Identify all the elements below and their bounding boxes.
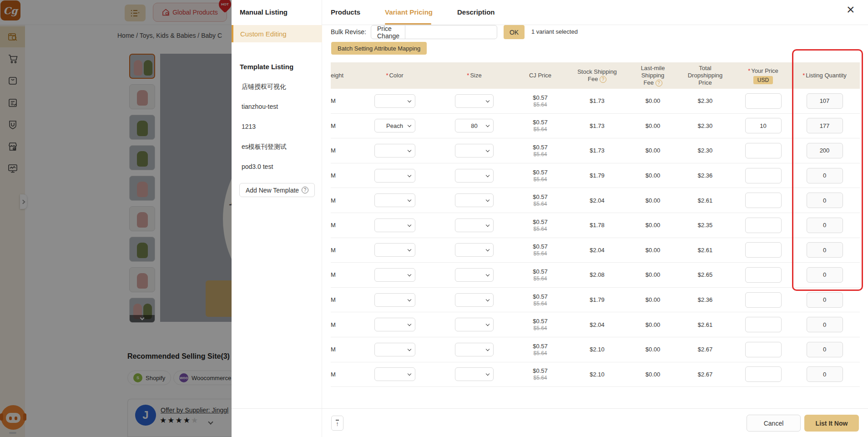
tab-variant-pricing[interactable]: Variant Pricing	[385, 8, 433, 16]
listing-quantity-input[interactable]: 0	[807, 267, 843, 283]
size-select[interactable]	[455, 367, 494, 381]
size-select[interactable]	[455, 318, 494, 331]
your-price-input[interactable]	[745, 267, 782, 283]
listing-quantity-input[interactable]: 0	[807, 168, 843, 183]
template-item[interactable]: es模板刊登测试	[242, 143, 287, 151]
color-select[interactable]	[374, 318, 415, 331]
cj-price-original: $5.64	[519, 300, 562, 307]
cell-total-price: $2.67	[673, 371, 737, 378]
chevron-down-icon	[407, 372, 411, 376]
color-select[interactable]	[374, 169, 415, 183]
your-price-input[interactable]	[745, 118, 782, 133]
size-select[interactable]	[455, 169, 494, 183]
cj-price-current: $0.57	[519, 169, 562, 176]
cj-price-current: $0.57	[519, 218, 562, 225]
tab-description[interactable]: Description	[457, 8, 495, 16]
listing-quantity-input[interactable]: 0	[807, 317, 843, 332]
size-select[interactable]	[455, 243, 494, 257]
chevron-down-icon	[486, 148, 490, 152]
list-it-now-button[interactable]: List It Now	[804, 415, 859, 432]
color-select[interactable]	[374, 343, 415, 356]
close-icon[interactable]: ×	[847, 3, 855, 16]
your-price-input[interactable]	[745, 366, 782, 382]
help-icon[interactable]: ?	[656, 80, 662, 86]
listing-quantity-input[interactable]: 0	[807, 218, 843, 233]
listing-quantity-input[interactable]: 200	[807, 143, 843, 158]
cell-cj-price: $0.57 $5.64	[519, 144, 562, 158]
cj-price-original: $5.64	[519, 350, 562, 356]
cell-total-price: $2.30	[673, 97, 737, 104]
template-item[interactable]: 店铺授权可视化	[242, 83, 286, 91]
bulk-value-input[interactable]	[405, 25, 497, 39]
modal-backdrop[interactable]	[0, 0, 232, 437]
bulk-mode-select[interactable]: Price Change	[371, 25, 405, 39]
size-select[interactable]	[455, 144, 494, 158]
template-item[interactable]: 1213	[242, 123, 256, 130]
ok-button[interactable]: OK	[504, 25, 525, 39]
table-body: M $0.57 $5.64 $1.73 $0.00 $2.30 107 M	[331, 89, 860, 387]
cell-lastmile-fee: $0.00	[632, 172, 673, 179]
listing-quantity-input[interactable]: 0	[807, 292, 843, 308]
col-listing-quantity: *Listing Quantity	[789, 72, 860, 79]
listing-quantity-input[interactable]: 0	[807, 193, 843, 208]
cell-weight: M	[331, 296, 359, 303]
size-select[interactable]: 80	[455, 119, 494, 132]
add-new-template-label: Add New Template	[246, 187, 299, 194]
your-price-input[interactable]	[745, 342, 782, 357]
your-price-input[interactable]	[745, 193, 782, 208]
cell-size	[430, 144, 519, 158]
chevron-down-icon	[486, 248, 490, 251]
custom-editing-item[interactable]: Custom Editing	[232, 25, 322, 42]
size-select[interactable]	[455, 218, 494, 232]
scroll-to-top-button[interactable]: ↑	[331, 416, 343, 431]
cancel-button[interactable]: Cancel	[747, 415, 801, 432]
color-select[interactable]	[374, 243, 415, 257]
size-select[interactable]	[455, 268, 494, 282]
add-new-template-button[interactable]: Add New Template ?	[239, 183, 315, 197]
cell-size	[430, 193, 519, 207]
chevron-down-icon	[407, 223, 411, 227]
size-select[interactable]	[455, 343, 494, 356]
cell-lastmile-fee: $0.00	[632, 371, 673, 378]
your-price-input[interactable]	[745, 93, 782, 109]
your-price-input[interactable]	[745, 218, 782, 233]
cj-price-current: $0.57	[519, 293, 562, 300]
tab-products[interactable]: Products	[331, 8, 360, 16]
cj-price-original: $5.64	[519, 375, 562, 381]
your-price-input[interactable]	[745, 168, 782, 183]
listing-quantity-input[interactable]: 0	[807, 342, 843, 357]
table-row: M $0.57 $5.64 $2.10 $0.00 $2.67 0	[331, 362, 860, 387]
your-price-input[interactable]	[745, 242, 782, 258]
your-price-input[interactable]	[745, 292, 782, 308]
help-icon: ?	[302, 187, 308, 193]
listing-quantity-input[interactable]: 177	[807, 118, 843, 133]
size-select[interactable]	[455, 94, 494, 108]
table-row: M $0.57 $5.64 $1.79 $0.00 $2.36 0	[331, 288, 860, 313]
color-select[interactable]	[374, 218, 415, 232]
your-price-input[interactable]	[745, 143, 782, 158]
listing-quantity-input[interactable]: 0	[807, 366, 843, 382]
template-item[interactable]: tianzhou-test	[242, 103, 278, 110]
cj-price-current: $0.57	[519, 94, 562, 101]
color-select[interactable]	[374, 268, 415, 282]
cell-total-price: $2.30	[673, 147, 737, 154]
color-select[interactable]	[374, 293, 415, 307]
cell-lastmile-fee: $0.00	[632, 147, 673, 154]
color-select[interactable]	[374, 94, 415, 108]
template-item[interactable]: pod3.0 test	[242, 163, 273, 170]
listing-quantity-input[interactable]: 0	[807, 242, 843, 258]
batch-setting-attribute-mapping-button[interactable]: Batch Setting Attribute Mapping	[331, 42, 427, 55]
size-select[interactable]	[455, 193, 494, 207]
cell-size	[430, 318, 519, 331]
cell-color	[359, 318, 430, 331]
color-select[interactable]	[374, 193, 415, 207]
help-icon[interactable]: ?	[600, 76, 606, 83]
size-select[interactable]	[455, 293, 494, 307]
color-select[interactable]	[374, 367, 415, 381]
color-select[interactable]	[374, 144, 415, 158]
cell-listing-quantity: 0	[789, 292, 860, 308]
color-select[interactable]: Peach	[374, 119, 415, 132]
cell-lastmile-fee: $0.00	[632, 247, 673, 254]
listing-quantity-input[interactable]: 107	[807, 93, 843, 109]
your-price-input[interactable]	[745, 317, 782, 332]
